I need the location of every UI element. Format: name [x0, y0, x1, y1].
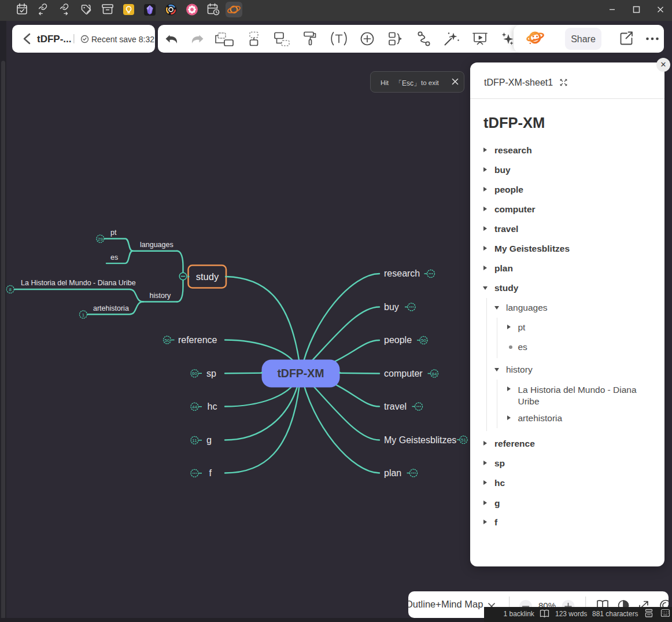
svg-text:50: 50 — [421, 338, 426, 343]
svg-text:buy: buy — [384, 302, 399, 312]
svg-text:pt: pt — [110, 229, 117, 237]
svg-text:50: 50 — [165, 338, 170, 343]
svg-text:「Esc」: 「Esc」 — [395, 79, 420, 87]
svg-text:8: 8 — [9, 287, 12, 292]
svg-text:g: g — [206, 435, 212, 445]
svg-text:Hit: Hit — [381, 79, 389, 86]
svg-text:Share: Share — [571, 34, 596, 44]
svg-text:languages: languages — [140, 241, 173, 249]
svg-text:es: es — [110, 253, 118, 262]
svg-text:1: 1 — [82, 312, 85, 318]
svg-text:computer: computer — [384, 369, 423, 378]
svg-text:Outline+Mind Map: Outline+Mind Map — [408, 599, 483, 609]
svg-text:tDFP-...: tDFP-... — [37, 34, 72, 45]
svg-text:My Geistesblitzes: My Geistesblitzes — [384, 435, 456, 445]
svg-text:reference: reference — [178, 335, 217, 345]
svg-text:study: study — [196, 271, 219, 282]
svg-text:artehistoria: artehistoria — [93, 304, 129, 312]
svg-text:51: 51 — [461, 437, 466, 443]
svg-text:123 words: 123 words — [555, 610, 587, 618]
svg-text:44: 44 — [192, 404, 197, 410]
svg-text:Recent save 8:32: Recent save 8:32 — [91, 35, 154, 44]
svg-text:plan: plan — [384, 468, 401, 478]
svg-text:to exit: to exit — [421, 79, 439, 86]
svg-text:60: 60 — [192, 371, 197, 376]
svg-text:f: f — [209, 468, 212, 478]
svg-text:La Historia del Mundo - Diana: La Historia del Mundo - Diana Uribe — [21, 279, 136, 287]
svg-text:travel: travel — [384, 402, 407, 411]
svg-text:sp: sp — [206, 369, 216, 378]
svg-text:history: history — [150, 292, 172, 300]
svg-text:hc: hc — [208, 402, 217, 411]
svg-text:research: research — [384, 268, 420, 278]
svg-text:people: people — [384, 335, 412, 345]
svg-text:11: 11 — [192, 438, 197, 443]
svg-text:84: 84 — [432, 371, 437, 377]
svg-text:29: 29 — [98, 237, 103, 242]
svg-text:1 backlink: 1 backlink — [504, 610, 535, 618]
svg-text:881 characters: 881 characters — [592, 610, 638, 618]
svg-text:tDFP-XM: tDFP-XM — [277, 367, 324, 380]
